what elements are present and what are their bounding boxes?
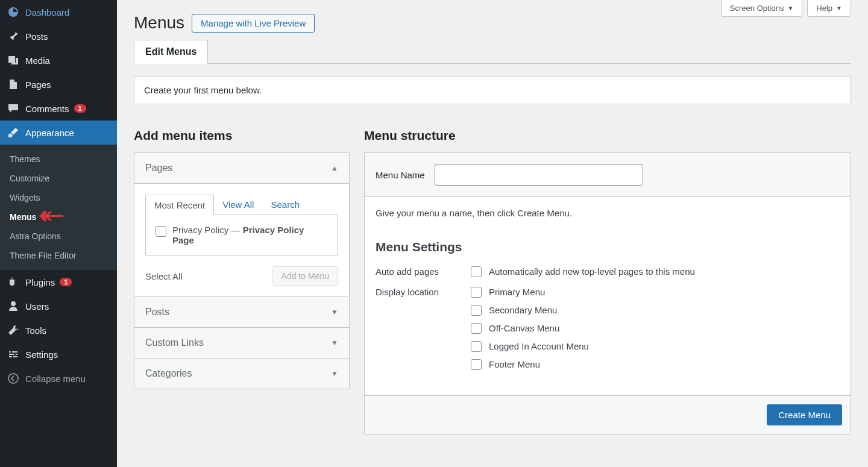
sidebar-label: Pages [25,80,51,90]
auto-add-checkbox-row[interactable]: Automatically add new top-level pages to… [471,265,840,277]
accordion-pages-header[interactable]: Pages ▲ [134,153,349,183]
submenu-item-widgets[interactable]: Widgets [0,188,117,207]
menu-name-label: Menu Name [376,170,425,180]
sidebar-item-comments[interactable]: Comments 1 [0,96,117,121]
tab-most-recent[interactable]: Most Recent [145,195,214,215]
submenu-label: Menus [10,212,36,222]
menu-structure-body: Give your menu a name, then click Create… [365,197,851,395]
display-location-label: Display location [376,286,471,297]
page-item-privacy-policy[interactable]: Privacy Policy — Privacy Policy Page [156,225,328,245]
location-logged-in[interactable]: Logged In Account Menu [471,340,840,352]
menu-structure-footer: Create Menu [365,395,851,434]
sidebar-item-plugins[interactable]: Plugins 1 [0,270,117,294]
menu-structure-box: Menu Name Give your menu a name, then cl… [364,152,851,434]
menu-name-input[interactable] [435,164,643,186]
sidebar-label: Dashboard [25,7,69,17]
admin-sidebar: Dashboard Posts Media Pages Comments [0,0,117,467]
accordion-custom-links-header[interactable]: Custom Links ▼ [134,327,349,358]
collapse-icon [7,372,19,384]
chevron-down-icon: ▼ [331,308,338,316]
setting-auto-add: Auto add pages Automatically add new top… [376,265,840,277]
plugin-icon [7,276,19,288]
chevron-down-icon: ▼ [331,339,338,347]
user-icon [7,300,19,312]
help-button[interactable]: Help ▼ [807,0,851,17]
help-label: Help [816,4,832,13]
menu-structure-heading: Menu structure [364,128,851,143]
screen-options-label: Screen Options [730,4,784,13]
comments-badge: 1 [74,104,86,113]
submenu-item-menus[interactable]: Menus [0,207,117,227]
tab-view-all[interactable]: View All [214,195,262,215]
sidebar-item-users[interactable]: Users [0,294,117,318]
sidebar-item-posts[interactable]: Posts [0,24,117,48]
wrench-icon [7,324,19,336]
submenu-item-customize[interactable]: Customize [0,169,117,188]
add-items-heading: Add menu items [134,128,350,143]
submenu-item-themes[interactable]: Themes [0,149,117,169]
sidebar-item-appearance[interactable]: Appearance [0,121,117,145]
screen-options-button[interactable]: Screen Options ▼ [721,0,803,17]
sidebar-item-media[interactable]: Media [0,48,117,72]
sidebar-label: Posts [25,31,48,42]
page-item-prefix: Privacy Policy — [172,225,243,235]
checkbox[interactable] [471,305,482,316]
comment-icon [7,102,19,114]
menu-settings-heading: Menu Settings [376,240,840,254]
select-all-link[interactable]: Select All [145,271,183,281]
checkbox[interactable] [471,341,482,352]
create-menu-button[interactable]: Create Menu [767,404,842,425]
location-text: Logged In Account Menu [489,341,589,351]
pages-icon [7,78,19,90]
location-footer[interactable]: Footer Menu [471,358,840,370]
sidebar-item-tools[interactable]: Tools [0,318,117,342]
location-primary[interactable]: Primary Menu [471,286,840,298]
location-text: Primary Menu [489,287,545,297]
accordion-title: Pages [145,163,172,174]
page-title: Menus [134,13,184,33]
auto-add-label: Auto add pages [376,265,471,277]
sidebar-label: Tools [25,325,46,336]
sidebar-label: Appearance [25,128,74,138]
sidebar-label: Media [25,55,50,66]
sidebar-label: Collapse menu [25,374,86,384]
dashboard-icon [7,6,19,18]
checkbox[interactable] [471,323,482,334]
nav-tabs: Edit Menus [134,40,851,64]
pages-footer: Select All Add to Menu [145,266,338,286]
tab-edit-menus[interactable]: Edit Menus [134,40,208,64]
tab-search[interactable]: Search [262,195,308,215]
chevron-down-icon: ▼ [836,5,842,11]
sidebar-item-collapse[interactable]: Collapse menu [0,366,117,390]
submenu-item-astra[interactable]: Astra Options [0,227,117,246]
media-icon [7,54,19,66]
checkbox[interactable] [471,266,482,277]
sidebar-item-settings[interactable]: Settings [0,342,117,366]
sidebar-label: Plugins [25,277,55,287]
location-text: Off-Canvas Menu [489,323,559,333]
accordion-pages-body: Most Recent View All Search Privacy Poli… [134,183,349,296]
accordion-categories-header[interactable]: Categories ▼ [134,358,349,389]
auto-add-text: Automatically add new top-level pages to… [489,266,695,277]
accordion-title: Categories [145,368,192,379]
settings-icon [7,348,19,360]
live-preview-button[interactable]: Manage with Live Preview [192,14,315,33]
checkbox[interactable] [471,287,482,298]
pages-list-panel: Privacy Policy — Privacy Policy Page [145,215,338,255]
add-to-menu-button[interactable]: Add to Menu [272,266,338,286]
accordion-posts-header[interactable]: Posts ▼ [134,296,349,327]
inner-tabs: Most Recent View All Search [145,195,338,215]
checkbox[interactable] [156,226,166,237]
location-secondary[interactable]: Secondary Menu [471,304,840,316]
submenu-item-editor[interactable]: Theme File Editor [0,246,117,265]
svg-point-0 [8,374,18,383]
accordion-title: Custom Links [145,337,204,348]
menu-structure-column: Menu structure Menu Name Give your menu … [364,128,851,434]
location-off-canvas[interactable]: Off-Canvas Menu [471,322,840,334]
sidebar-item-pages[interactable]: Pages [0,72,117,96]
brush-icon [7,127,19,139]
info-notice: Create your first menu below. [134,76,851,104]
checkbox[interactable] [471,359,482,370]
sidebar-item-dashboard[interactable]: Dashboard [0,0,117,24]
menu-hint-text: Give your menu a name, then click Create… [376,208,840,218]
